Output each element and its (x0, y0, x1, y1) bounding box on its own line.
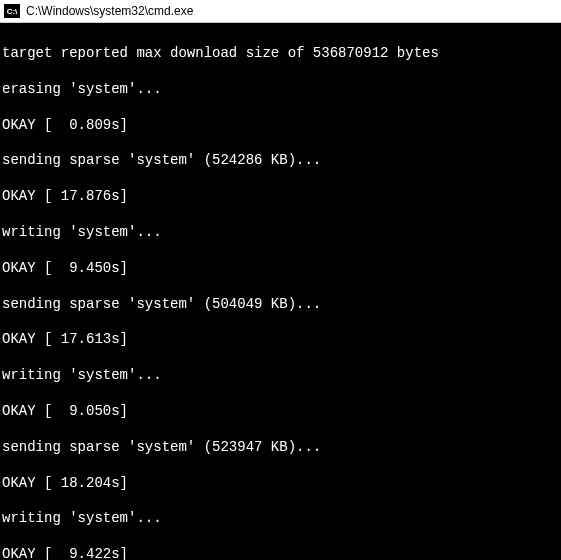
terminal-line: erasing 'system'... (2, 81, 559, 99)
window-title-bar[interactable]: C:\ C:\Windows\system32\cmd.exe (0, 0, 561, 23)
terminal-line: OKAY [ 9.050s] (2, 403, 559, 421)
terminal-line: writing 'system'... (2, 224, 559, 242)
terminal-line: sending sparse 'system' (524286 KB)... (2, 152, 559, 170)
terminal-line: OKAY [ 17.613s] (2, 331, 559, 349)
terminal-line: OKAY [ 9.450s] (2, 260, 559, 278)
terminal-output: target reported max download size of 536… (0, 23, 561, 560)
terminal-line: OKAY [ 9.422s] (2, 546, 559, 560)
terminal-line: sending sparse 'system' (523947 KB)... (2, 439, 559, 457)
terminal-line: OKAY [ 0.809s] (2, 117, 559, 135)
terminal-line: target reported max download size of 536… (2, 45, 559, 63)
terminal-line: sending sparse 'system' (504049 KB)... (2, 296, 559, 314)
terminal-line: OKAY [ 17.876s] (2, 188, 559, 206)
cmd-icon: C:\ (4, 4, 20, 18)
terminal-line: writing 'system'... (2, 510, 559, 528)
terminal-line: writing 'system'... (2, 367, 559, 385)
terminal-line: OKAY [ 18.204s] (2, 475, 559, 493)
window-title: C:\Windows\system32\cmd.exe (26, 4, 193, 18)
